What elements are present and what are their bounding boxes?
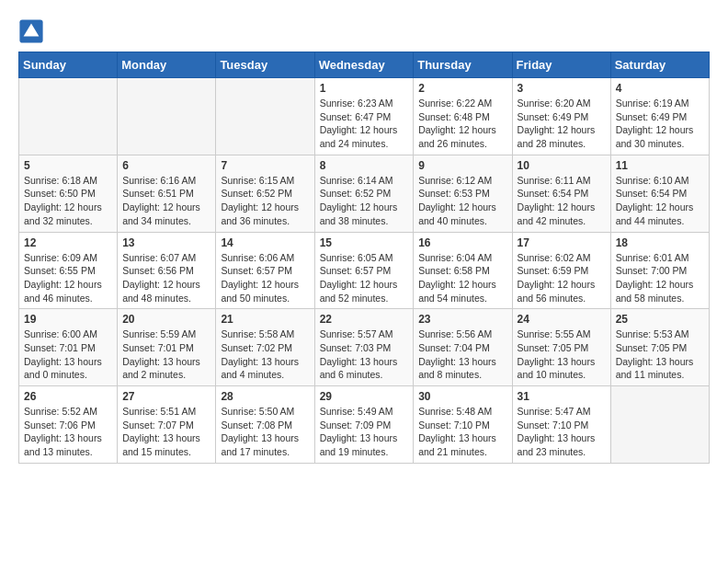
calendar-cell: 20Sunrise: 5:59 AM Sunset: 7:01 PM Dayli… — [118, 309, 216, 386]
day-number: 22 — [320, 313, 409, 326]
day-header-thursday: Thursday — [414, 52, 512, 78]
day-number: 27 — [122, 390, 210, 403]
day-number: 30 — [418, 390, 506, 403]
calendar-cell: 27Sunrise: 5:51 AM Sunset: 7:07 PM Dayli… — [118, 386, 216, 464]
calendar-cell: 6Sunrise: 6:16 AM Sunset: 6:51 PM Daylig… — [118, 155, 216, 232]
day-info: Sunrise: 6:16 AM Sunset: 6:51 PM Dayligh… — [122, 174, 210, 228]
calendar-cell: 18Sunrise: 6:01 AM Sunset: 7:00 PM Dayli… — [610, 232, 709, 309]
calendar-week-row: 12Sunrise: 6:09 AM Sunset: 6:55 PM Dayli… — [19, 232, 710, 309]
calendar-cell: 21Sunrise: 5:58 AM Sunset: 7:02 PM Dayli… — [216, 309, 314, 386]
day-number: 8 — [320, 159, 409, 172]
calendar-cell: 28Sunrise: 5:50 AM Sunset: 7:08 PM Dayli… — [216, 386, 314, 464]
calendar-week-row: 19Sunrise: 6:00 AM Sunset: 7:01 PM Dayli… — [19, 309, 710, 386]
day-info: Sunrise: 5:50 AM Sunset: 7:08 PM Dayligh… — [221, 405, 309, 459]
day-number: 1 — [320, 82, 409, 95]
day-number: 25 — [616, 313, 704, 326]
calendar-cell: 8Sunrise: 6:14 AM Sunset: 6:52 PM Daylig… — [314, 155, 414, 232]
day-info: Sunrise: 6:11 AM Sunset: 6:54 PM Dayligh… — [518, 174, 606, 228]
day-info: Sunrise: 6:06 AM Sunset: 6:57 PM Dayligh… — [221, 251, 309, 305]
day-number: 4 — [616, 82, 704, 95]
day-number: 23 — [418, 313, 506, 326]
calendar-cell — [610, 386, 709, 464]
calendar-cell: 9Sunrise: 6:12 AM Sunset: 6:53 PM Daylig… — [414, 155, 512, 232]
day-info: Sunrise: 5:48 AM Sunset: 7:10 PM Dayligh… — [418, 405, 506, 459]
calendar-week-row: 1Sunrise: 6:23 AM Sunset: 6:47 PM Daylig… — [19, 78, 710, 155]
calendar-cell: 15Sunrise: 6:05 AM Sunset: 6:57 PM Dayli… — [314, 232, 414, 309]
day-info: Sunrise: 6:19 AM Sunset: 6:49 PM Dayligh… — [616, 97, 704, 151]
calendar-week-row: 26Sunrise: 5:52 AM Sunset: 7:06 PM Dayli… — [19, 386, 710, 464]
day-number: 19 — [24, 313, 112, 326]
calendar-cell: 25Sunrise: 5:53 AM Sunset: 7:05 PM Dayli… — [610, 309, 709, 386]
calendar-cell: 23Sunrise: 5:56 AM Sunset: 7:04 PM Dayli… — [414, 309, 512, 386]
calendar-cell: 12Sunrise: 6:09 AM Sunset: 6:55 PM Dayli… — [19, 232, 118, 309]
day-number: 13 — [122, 236, 210, 249]
day-info: Sunrise: 6:22 AM Sunset: 6:48 PM Dayligh… — [418, 97, 506, 151]
calendar-cell: 29Sunrise: 5:49 AM Sunset: 7:09 PM Dayli… — [314, 386, 414, 464]
day-info: Sunrise: 6:04 AM Sunset: 6:58 PM Dayligh… — [418, 251, 506, 305]
day-number: 14 — [221, 236, 309, 249]
day-info: Sunrise: 5:56 AM Sunset: 7:04 PM Dayligh… — [418, 327, 506, 382]
logo-icon — [18, 18, 44, 44]
day-number: 31 — [518, 390, 606, 403]
calendar-cell: 10Sunrise: 6:11 AM Sunset: 6:54 PM Dayli… — [512, 155, 610, 232]
day-info: Sunrise: 6:12 AM Sunset: 6:53 PM Dayligh… — [418, 174, 506, 228]
calendar-cell — [118, 78, 216, 155]
day-info: Sunrise: 6:01 AM Sunset: 7:00 PM Dayligh… — [616, 251, 704, 305]
day-number: 5 — [24, 159, 112, 172]
day-number: 21 — [221, 313, 309, 326]
day-info: Sunrise: 6:00 AM Sunset: 7:01 PM Dayligh… — [24, 327, 112, 382]
day-number: 28 — [221, 390, 309, 403]
calendar-cell: 24Sunrise: 5:55 AM Sunset: 7:05 PM Dayli… — [512, 309, 610, 386]
day-header-saturday: Saturday — [610, 52, 709, 78]
day-info: Sunrise: 5:53 AM Sunset: 7:05 PM Dayligh… — [616, 327, 704, 382]
day-header-wednesday: Wednesday — [314, 52, 414, 78]
day-number: 12 — [24, 236, 112, 249]
day-info: Sunrise: 5:47 AM Sunset: 7:10 PM Dayligh… — [518, 405, 606, 459]
day-info: Sunrise: 5:55 AM Sunset: 7:05 PM Dayligh… — [518, 327, 606, 382]
day-info: Sunrise: 5:58 AM Sunset: 7:02 PM Dayligh… — [221, 327, 309, 382]
calendar-cell — [19, 78, 118, 155]
day-info: Sunrise: 6:15 AM Sunset: 6:52 PM Dayligh… — [221, 174, 309, 228]
day-number: 18 — [616, 236, 704, 249]
calendar-cell: 19Sunrise: 6:00 AM Sunset: 7:01 PM Dayli… — [19, 309, 118, 386]
calendar-cell — [216, 78, 314, 155]
calendar-cell: 3Sunrise: 6:20 AM Sunset: 6:49 PM Daylig… — [512, 78, 610, 155]
day-info: Sunrise: 5:57 AM Sunset: 7:03 PM Dayligh… — [320, 327, 409, 382]
calendar-cell: 7Sunrise: 6:15 AM Sunset: 6:52 PM Daylig… — [216, 155, 314, 232]
day-info: Sunrise: 6:07 AM Sunset: 6:56 PM Dayligh… — [122, 251, 210, 305]
day-header-monday: Monday — [118, 52, 216, 78]
day-number: 17 — [518, 236, 606, 249]
day-info: Sunrise: 6:23 AM Sunset: 6:47 PM Dayligh… — [320, 97, 409, 151]
day-number: 6 — [122, 159, 210, 172]
calendar-cell: 31Sunrise: 5:47 AM Sunset: 7:10 PM Dayli… — [512, 386, 610, 464]
day-number: 26 — [24, 390, 112, 403]
calendar-week-row: 5Sunrise: 6:18 AM Sunset: 6:50 PM Daylig… — [19, 155, 710, 232]
day-header-tuesday: Tuesday — [216, 52, 314, 78]
calendar-cell: 16Sunrise: 6:04 AM Sunset: 6:58 PM Dayli… — [414, 232, 512, 309]
day-number: 15 — [320, 236, 409, 249]
day-number: 20 — [122, 313, 210, 326]
calendar-header-row: SundayMondayTuesdayWednesdayThursdayFrid… — [19, 52, 710, 78]
day-number: 10 — [518, 159, 606, 172]
day-info: Sunrise: 6:18 AM Sunset: 6:50 PM Dayligh… — [24, 174, 112, 228]
calendar-table: SundayMondayTuesdayWednesdayThursdayFrid… — [18, 52, 710, 464]
calendar-cell: 14Sunrise: 6:06 AM Sunset: 6:57 PM Dayli… — [216, 232, 314, 309]
day-number: 9 — [418, 159, 506, 172]
day-header-friday: Friday — [512, 52, 610, 78]
day-info: Sunrise: 6:02 AM Sunset: 6:59 PM Dayligh… — [518, 251, 606, 305]
calendar-cell: 4Sunrise: 6:19 AM Sunset: 6:49 PM Daylig… — [610, 78, 709, 155]
day-header-sunday: Sunday — [19, 52, 118, 78]
calendar-cell: 2Sunrise: 6:22 AM Sunset: 6:48 PM Daylig… — [414, 78, 512, 155]
day-info: Sunrise: 6:10 AM Sunset: 6:54 PM Dayligh… — [616, 174, 704, 228]
day-info: Sunrise: 5:52 AM Sunset: 7:06 PM Dayligh… — [24, 405, 112, 459]
day-number: 7 — [221, 159, 309, 172]
calendar-cell: 1Sunrise: 6:23 AM Sunset: 6:47 PM Daylig… — [314, 78, 414, 155]
day-info: Sunrise: 5:49 AM Sunset: 7:09 PM Dayligh… — [320, 405, 409, 459]
day-info: Sunrise: 6:09 AM Sunset: 6:55 PM Dayligh… — [24, 251, 112, 305]
day-info: Sunrise: 6:14 AM Sunset: 6:52 PM Dayligh… — [320, 174, 409, 228]
header — [18, 18, 710, 44]
day-number: 3 — [518, 82, 606, 95]
day-number: 29 — [320, 390, 409, 403]
calendar-cell: 17Sunrise: 6:02 AM Sunset: 6:59 PM Dayli… — [512, 232, 610, 309]
day-info: Sunrise: 5:51 AM Sunset: 7:07 PM Dayligh… — [122, 405, 210, 459]
